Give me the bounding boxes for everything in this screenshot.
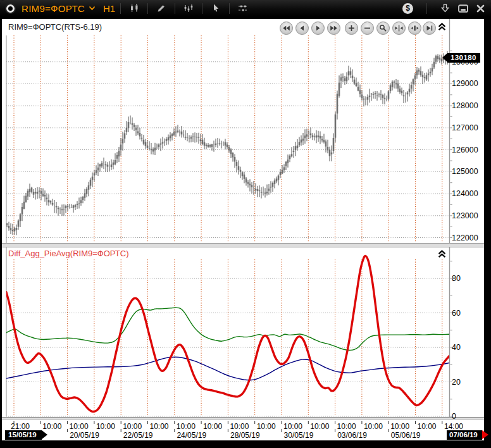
time-axis-label: 10:00 [257, 422, 276, 431]
logo-ring-icon [6, 4, 15, 13]
start-date-badge: 15/05/19 [5, 430, 42, 440]
chart-window: RIM9=ФОРТС H1 $ RIM9=ФОРТС(RTS-6.19) Dif… [0, 0, 491, 448]
date-axis-label: 24/05/19 [177, 431, 206, 440]
go-to-end-icon [425, 24, 433, 32]
dollar-icon[interactable]: $ [402, 3, 413, 14]
symbol-selector[interactable]: RIM9=ФОРТС [22, 3, 85, 14]
indicator-axis-tick-label: 0 [452, 412, 456, 421]
rewind-icon [282, 24, 290, 32]
date-axis-label: 03/06/19 [337, 431, 367, 440]
toolbar-separator [147, 3, 148, 14]
time-axis-label: 10:00 [230, 422, 249, 431]
toolbar-separator [202, 3, 202, 14]
zoom-out-button[interactable] [361, 22, 374, 35]
zoom-box-icon [379, 24, 387, 32]
title-bar: RIM9=ФОРТС H1 $ [0, 0, 491, 18]
current-price-badge: 130180 [447, 53, 480, 63]
chart-area: RIM9=ФОРТС(RTS-6.19) Diff_Agg_PieAvg(RIM… [0, 19, 491, 448]
close-icon[interactable] [476, 4, 485, 13]
pencil-icon[interactable] [153, 2, 170, 15]
panel-splitter[interactable] [2, 243, 484, 247]
time-axis-label: 10:00 [203, 422, 222, 431]
time-axis-label: 10:00 [390, 422, 409, 431]
price-axis-tick-label: 129000 [452, 79, 478, 88]
date-axis-label: 30/05/19 [284, 431, 314, 440]
zoom-in-button[interactable] [345, 22, 358, 35]
price-axis-tick-label: 123000 [452, 211, 478, 220]
chart-canvas[interactable] [0, 19, 491, 440]
fast-forward-icon [330, 24, 338, 32]
date-axis-label: 28/05/19 [230, 431, 260, 440]
time-axis-label: 10:00 [310, 422, 329, 431]
rewind-button[interactable] [280, 22, 293, 35]
arrow-down-icon[interactable] [440, 4, 450, 13]
date-axis-label: 20/05/19 [70, 431, 99, 440]
indicator-axis-tick-label: 40 [452, 343, 461, 352]
collapse-indicator-panel-chevron-icon[interactable] [438, 249, 446, 258]
time-axis-divider [2, 417, 484, 420]
time-axis-label: 10:00 [123, 422, 142, 431]
go-to-end-button[interactable] [423, 22, 436, 35]
zoom-in-icon [347, 24, 356, 32]
zoom-box-button[interactable] [376, 22, 390, 35]
indicator-panel-label: Diff_Agg_PieAvg(RIM9=ФОРТС) [8, 249, 129, 258]
price-axis-tick-label: 125000 [452, 167, 478, 176]
zoom-out-icon [363, 24, 371, 32]
indicator-axis-tick-label: 60 [452, 309, 461, 318]
time-axis-label: 10:00 [70, 422, 89, 431]
indicator-axis-tick-label: 80 [452, 274, 461, 283]
time-axis-label: 10:00 [364, 422, 383, 431]
price-axis-tick-label: 126000 [452, 146, 478, 154]
date-axis-label: 22/05/19 [123, 431, 153, 440]
time-axis-label: 10:00 [337, 422, 356, 431]
time-axis-label: 14:00 [444, 422, 463, 431]
fast-forward-button[interactable] [327, 22, 340, 35]
candles-icon[interactable] [126, 2, 142, 15]
time-axis-label: 10:00 [150, 422, 169, 431]
time-axis-label: 10:00 [96, 422, 115, 431]
end-date-badge: 07/06/19 [447, 430, 482, 440]
toolbar-separator [120, 3, 121, 14]
toolbar-separator [426, 3, 427, 14]
bar-width-button[interactable] [408, 22, 421, 35]
time-axis-label: 21:00 [11, 422, 30, 431]
price-axis-tick-label: 127000 [452, 123, 478, 132]
toolbar-separator [229, 3, 230, 14]
deals-icon[interactable] [180, 2, 197, 15]
price-panel-label: RIM9=ФОРТС(RTS-6.19) [8, 22, 102, 32]
time-axis-label: 10:00 [283, 422, 302, 431]
collapse-price-panel-chevron-icon[interactable] [438, 22, 446, 30]
maximize-icon[interactable] [458, 4, 468, 13]
compress-horizontal-button[interactable] [392, 22, 406, 35]
indicator-axis-tick-label: 20 [452, 378, 461, 387]
step-forward-button[interactable] [311, 22, 325, 35]
time-axis-label: 10:00 [42, 422, 61, 431]
levels-icon[interactable] [235, 2, 251, 15]
date-axis-label: 05/06/19 [391, 431, 421, 440]
cursor-icon[interactable] [208, 2, 224, 15]
window-controls: $ [402, 3, 491, 14]
price-axis-tick-label: 124000 [452, 189, 478, 198]
dropdown-chevron-icon[interactable] [89, 6, 96, 11]
toolbar-separator [175, 3, 175, 14]
bar-width-icon [411, 24, 419, 32]
price-axis-tick-label: 122000 [452, 233, 478, 242]
compress-horizontal-icon [395, 24, 403, 32]
step-back-icon [298, 24, 306, 32]
step-forward-icon [314, 24, 322, 32]
step-back-button[interactable] [295, 22, 309, 35]
time-axis-label: 10:00 [418, 422, 437, 431]
price-axis-tick-label: 128000 [452, 101, 478, 110]
timeframe-label[interactable]: H1 [103, 3, 115, 14]
time-axis-label: 10:00 [177, 422, 196, 431]
